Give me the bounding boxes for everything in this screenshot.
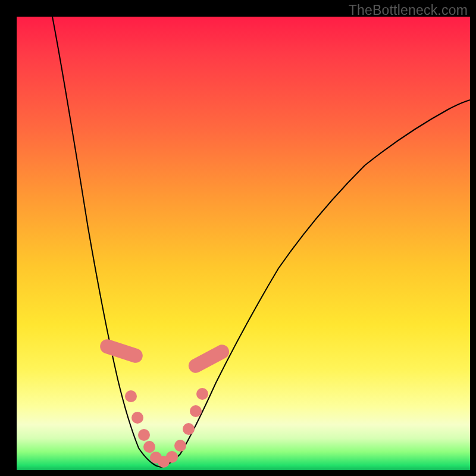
marker-dot	[131, 412, 143, 424]
marker-dot	[138, 429, 150, 441]
marker-dot	[174, 440, 186, 452]
marker-dot	[183, 423, 195, 435]
marker-cap-left	[98, 337, 145, 365]
curve-layer	[17, 17, 470, 470]
marker-dot	[190, 405, 202, 417]
marker-dot	[143, 441, 155, 453]
marker-dot	[166, 451, 178, 463]
svg-rect-1	[186, 342, 232, 375]
left-branch	[52, 17, 161, 467]
plot-area	[17, 17, 470, 470]
marker-dot	[125, 390, 137, 402]
marker-dot	[196, 388, 208, 400]
marker-cap-right	[186, 342, 232, 375]
right-branch	[161, 100, 470, 467]
chart-frame: TheBottleneck.com	[0, 0, 476, 476]
svg-rect-0	[98, 337, 145, 365]
watermark-text: TheBottleneck.com	[349, 2, 468, 18]
